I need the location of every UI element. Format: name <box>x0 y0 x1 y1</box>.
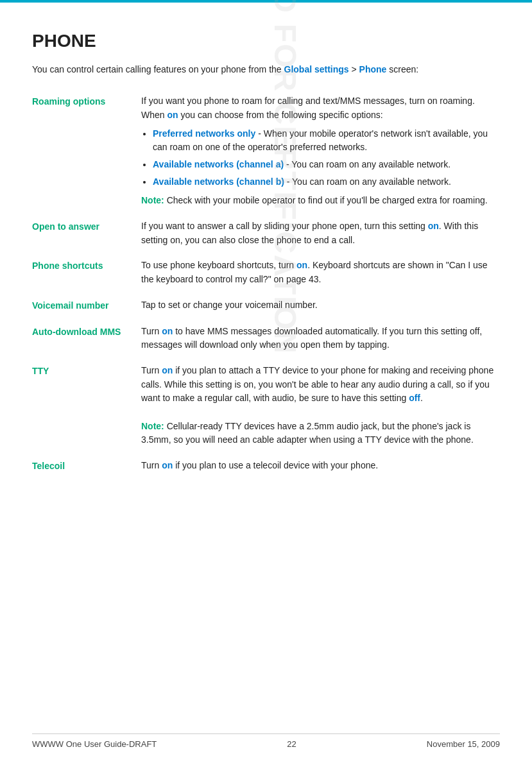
phone-shortcuts-desc: To use phone keyboard shortcuts, turn on… <box>141 255 500 294</box>
page: PREPARED FOR CERTIFICATION PHONE You can… <box>0 0 532 763</box>
channel-a-text: - You can roam on any available network. <box>284 159 450 169</box>
roaming-on: on <box>167 110 178 120</box>
auto-download-label: Auto-download MMS <box>32 321 141 360</box>
voicemail-desc: Tap to set or change your voicemail numb… <box>141 295 500 321</box>
telecoil-desc: Turn on if you plan to use a telecoil de… <box>141 455 500 481</box>
roaming-options-desc: If you want you phone to roam for callin… <box>141 90 500 216</box>
shortcuts-text-1: To use phone keyboard shortcuts, turn <box>141 260 296 270</box>
list-item: Preferred networks only - When your mobi… <box>153 127 500 154</box>
list-item: Available networks (channel b) - You can… <box>153 175 500 189</box>
page-title: PHONE <box>32 31 500 51</box>
settings-table: Roaming options If you want you phone to… <box>32 90 500 481</box>
open-to-answer-label: Open to answer <box>32 216 141 255</box>
table-row: Telecoil Turn on if you plan to use a te… <box>32 455 500 481</box>
roaming-options-label: Roaming options <box>32 90 141 216</box>
top-border <box>0 0 532 3</box>
telecoil-on: on <box>162 460 173 470</box>
intro-text-before: You can control certain calling features… <box>32 64 284 74</box>
telecoil-text-2: if you plan to use a telecoil device wit… <box>173 460 378 470</box>
tty-note-label: Note: <box>141 421 164 431</box>
tty-note-text: Cellular-ready TTY devices have a 2.5mm … <box>141 421 474 445</box>
table-row: Voicemail number Tap to set or change yo… <box>32 295 500 321</box>
tty-text-1: Turn <box>141 365 162 375</box>
telecoil-label: Telecoil <box>32 455 141 481</box>
channel-a-link: Available networks (channel a) <box>153 159 284 169</box>
tty-on: on <box>162 365 173 375</box>
shortcuts-on: on <box>296 260 307 270</box>
global-settings-link[interactable]: Global settings <box>284 64 349 74</box>
channel-b-link: Available networks (channel b) <box>153 176 284 187</box>
voicemail-text: Tap to set or change your voicemail numb… <box>141 300 318 310</box>
tty-desc: Turn on if you plan to attach a TTY devi… <box>141 360 500 455</box>
phone-link[interactable]: Phone <box>359 64 387 74</box>
intro-separator: > <box>349 64 359 74</box>
intro-paragraph: You can control certain calling features… <box>32 63 500 76</box>
table-row: Open to answer If you want to answer a c… <box>32 216 500 255</box>
tty-text-2: if you plan to attach a TTY device to yo… <box>141 365 493 403</box>
auto-on: on <box>162 326 173 336</box>
table-row: Auto-download MMS Turn on to have MMS me… <box>32 321 500 360</box>
footer: WWWW One User Guide-DRAFT 22 November 15… <box>32 733 500 749</box>
open-to-answer-desc: If you want to answer a call by sliding … <box>141 216 500 255</box>
preferred-networks-link: Preferred networks only <box>153 128 255 139</box>
list-item: Available networks (channel a) - You can… <box>153 158 500 171</box>
open-text-1: If you want to answer a call by sliding … <box>141 221 428 231</box>
table-row: Roaming options If you want you phone to… <box>32 90 500 216</box>
roaming-bullets: Preferred networks only - When your mobi… <box>153 127 500 189</box>
auto-text-1: Turn <box>141 326 162 336</box>
roaming-note-label: Note: <box>141 195 164 205</box>
tty-label: TTY <box>32 360 141 455</box>
tty-text-3: . <box>420 393 423 403</box>
roaming-text-2: you can choose from the following specif… <box>178 110 383 120</box>
auto-text-2: to have MMS messages downloaded automati… <box>141 326 482 350</box>
footer-right: November 15, 2009 <box>427 739 500 749</box>
tty-off: off <box>409 393 420 403</box>
telecoil-text-1: Turn <box>141 460 162 470</box>
auto-download-desc: Turn on to have MMS messages downloaded … <box>141 321 500 360</box>
footer-page-number: 22 <box>287 739 296 749</box>
roaming-note-text: Check with your mobile operator to find … <box>164 195 488 205</box>
table-row: Phone shortcuts To use phone keyboard sh… <box>32 255 500 294</box>
intro-text-after: screen: <box>386 64 418 74</box>
footer-left: WWWW One User Guide-DRAFT <box>32 739 157 749</box>
channel-b-text: - You can roam on any available network. <box>284 176 451 187</box>
table-row: TTY Turn on if you plan to attach a TTY … <box>32 360 500 455</box>
open-on: on <box>428 221 439 231</box>
phone-shortcuts-label: Phone shortcuts <box>32 255 141 294</box>
voicemail-label: Voicemail number <box>32 295 141 321</box>
